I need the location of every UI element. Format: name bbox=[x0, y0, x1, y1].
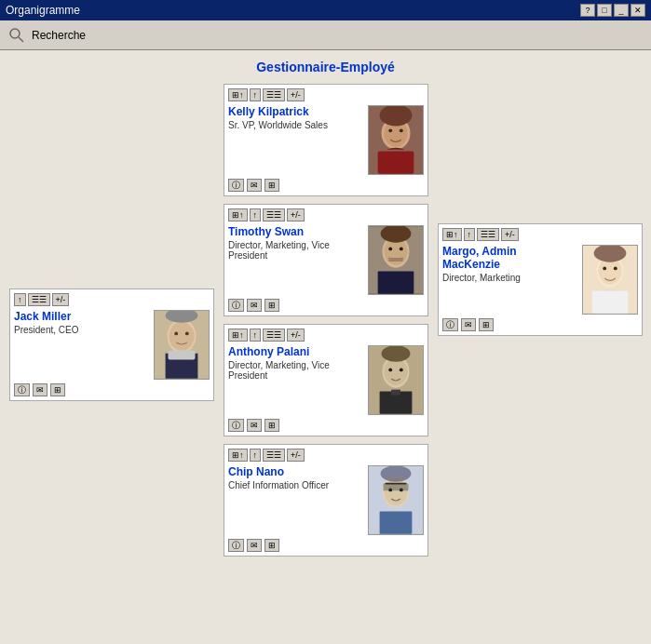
svg-point-46 bbox=[614, 266, 617, 270]
card-toggle-btn-anthony[interactable]: +/- bbox=[287, 329, 305, 342]
toolbar: Recherche bbox=[0, 20, 651, 50]
card-up-btn-anthony[interactable]: ↑ bbox=[250, 329, 262, 342]
kelly-photo bbox=[368, 105, 424, 175]
search-icon bbox=[7, 26, 26, 45]
margo-org-btn[interactable]: ⊞ bbox=[479, 318, 494, 331]
card-nav-btn-kelly[interactable]: ⊞↑ bbox=[228, 88, 248, 101]
card-org-btn-timothy[interactable]: ☰☰ bbox=[263, 208, 285, 221]
help-button[interactable]: ? bbox=[580, 4, 595, 17]
svg-rect-41 bbox=[380, 512, 413, 534]
minimize-button[interactable]: _ bbox=[614, 4, 629, 17]
svg-point-28 bbox=[388, 368, 392, 371]
svg-point-13 bbox=[388, 128, 392, 132]
card-up-btn-kelly[interactable]: ↑ bbox=[250, 88, 262, 101]
svg-point-30 bbox=[382, 346, 411, 362]
employee-card-timothy: ⊞↑ ↑ ☰☰ +/- Timothy Swan Director, Marke… bbox=[224, 204, 428, 316]
svg-rect-39 bbox=[383, 484, 408, 491]
margo-name: Margo, Admin MacKenzie bbox=[442, 245, 576, 271]
chip-info-btn[interactable]: ⓘ bbox=[228, 539, 244, 552]
card-up-btn-jack[interactable]: ↑ bbox=[14, 293, 26, 306]
card-toggle-btn-jack[interactable]: +/- bbox=[52, 293, 70, 306]
svg-rect-9 bbox=[169, 351, 196, 360]
kelly-name: Kelly Kilpatrick bbox=[228, 105, 362, 118]
jack-name: Jack Miller bbox=[14, 310, 148, 323]
card-org-btn-anthony[interactable]: ☰☰ bbox=[263, 329, 285, 342]
jack-title: President, CEO bbox=[14, 325, 148, 335]
card-up-btn-timothy[interactable]: ↑ bbox=[250, 208, 262, 221]
anthony-mail-btn[interactable]: ✉ bbox=[247, 419, 262, 432]
employee-card-jack: ↑ ☰☰ +/- Jack Miller President, CEO bbox=[9, 288, 214, 401]
card-up-btn-margo[interactable]: ↑ bbox=[464, 228, 476, 241]
svg-point-21 bbox=[400, 247, 403, 250]
svg-rect-24 bbox=[378, 272, 414, 294]
timothy-name: Timothy Swan bbox=[228, 225, 362, 238]
anthony-photo bbox=[368, 345, 424, 415]
svg-rect-16 bbox=[378, 152, 414, 174]
chip-name: Chip Nano bbox=[228, 465, 362, 478]
close-button[interactable]: ✕ bbox=[631, 4, 645, 17]
svg-rect-32 bbox=[391, 390, 400, 396]
card-nav-btn-chip[interactable]: ⊞↑ bbox=[228, 449, 248, 462]
card-toggle-btn-chip[interactable]: +/- bbox=[287, 449, 305, 462]
card-nav-btn-timothy[interactable]: ⊞↑ bbox=[228, 208, 248, 221]
card-toggle-btn-margo[interactable]: +/- bbox=[501, 228, 519, 241]
employee-card-anthony: ⊞↑ ↑ ☰☰ +/- Anthony Palani Director, Mar… bbox=[224, 324, 428, 436]
search-label: Recherche bbox=[32, 29, 86, 42]
svg-rect-22 bbox=[388, 258, 402, 262]
employee-card-kelly: ⊞↑ ↑ ☰☰ +/- Kelly Kilpatrick Sr. VP, Wor… bbox=[224, 84, 428, 196]
card-toggle-btn-timothy[interactable]: +/- bbox=[287, 208, 305, 221]
card-org-btn-chip[interactable]: ☰☰ bbox=[263, 449, 285, 462]
svg-point-40 bbox=[381, 466, 412, 482]
employee-card-margo: ⊞↑ ↑ ☰☰ +/- Margo, Admin MacKenzie Direc… bbox=[438, 223, 643, 336]
kelly-info-btn[interactable]: ⓘ bbox=[228, 179, 244, 192]
jack-photo bbox=[154, 310, 210, 380]
margo-title: Director, Marketing bbox=[442, 273, 576, 283]
timothy-photo bbox=[368, 225, 424, 295]
title-bar-buttons: ? □ _ ✕ bbox=[580, 4, 645, 17]
card-nav-btn-anthony[interactable]: ⊞↑ bbox=[228, 329, 248, 342]
svg-point-29 bbox=[400, 368, 403, 371]
margo-info-btn[interactable]: ⓘ bbox=[442, 318, 458, 331]
timothy-org-btn[interactable]: ⊞ bbox=[264, 299, 279, 312]
timothy-mail-btn[interactable]: ✉ bbox=[247, 299, 262, 312]
margo-photo bbox=[582, 245, 638, 315]
title-bar: Organigramme ? □ _ ✕ bbox=[0, 0, 651, 20]
chip-photo bbox=[368, 465, 424, 535]
main-content: Gestionnaire-Employé ↑ ☰☰ +/- Jack Mille… bbox=[0, 50, 651, 644]
chip-title: Chief Information Officer bbox=[228, 480, 362, 490]
svg-point-4 bbox=[169, 322, 194, 351]
employee-card-chip: ⊞↑ ↑ ☰☰ +/- Chip Nano Chief Information … bbox=[224, 444, 428, 557]
chip-mail-btn[interactable]: ✉ bbox=[247, 539, 262, 552]
chip-org-btn[interactable]: ⊞ bbox=[264, 539, 279, 552]
anthony-org-btn[interactable]: ⊞ bbox=[264, 419, 279, 432]
svg-line-1 bbox=[19, 37, 23, 42]
window-title: Organigramme bbox=[6, 4, 80, 17]
display-button[interactable]: □ bbox=[597, 4, 612, 17]
kelly-mail-btn[interactable]: ✉ bbox=[247, 179, 262, 192]
kelly-title: Sr. VP, Worldwide Sales bbox=[228, 120, 362, 130]
svg-point-45 bbox=[603, 266, 606, 270]
svg-point-5 bbox=[174, 331, 178, 335]
card-org-btn-margo[interactable]: ☰☰ bbox=[477, 228, 499, 241]
jack-mail-btn[interactable]: ✉ bbox=[33, 383, 47, 396]
kelly-org-btn[interactable]: ⊞ bbox=[264, 179, 279, 192]
card-up-btn-chip[interactable]: ↑ bbox=[250, 449, 262, 462]
timothy-title: Director, Marketing, Vice President bbox=[228, 240, 362, 261]
section-title: Gestionnaire-Employé bbox=[9, 60, 642, 74]
anthony-info-btn[interactable]: ⓘ bbox=[228, 419, 244, 432]
jack-info-btn[interactable]: ⓘ bbox=[14, 383, 30, 396]
svg-point-6 bbox=[185, 331, 189, 335]
card-org-btn-kelly[interactable]: ☰☰ bbox=[263, 88, 285, 101]
card-toggle-btn-kelly[interactable]: +/- bbox=[287, 88, 305, 101]
card-org-btn-jack[interactable]: ☰☰ bbox=[28, 293, 50, 306]
margo-mail-btn[interactable]: ✉ bbox=[461, 318, 476, 331]
timothy-info-btn[interactable]: ⓘ bbox=[228, 299, 244, 312]
svg-point-20 bbox=[388, 247, 392, 250]
jack-org-btn[interactable]: ⊞ bbox=[50, 383, 65, 396]
svg-rect-48 bbox=[592, 291, 629, 314]
svg-point-0 bbox=[10, 29, 20, 38]
svg-point-14 bbox=[400, 128, 403, 132]
anthony-name: Anthony Palani bbox=[228, 345, 362, 358]
card-nav-btn-margo[interactable]: ⊞↑ bbox=[442, 228, 462, 241]
anthony-title: Director, Marketing, Vice President bbox=[228, 360, 362, 381]
